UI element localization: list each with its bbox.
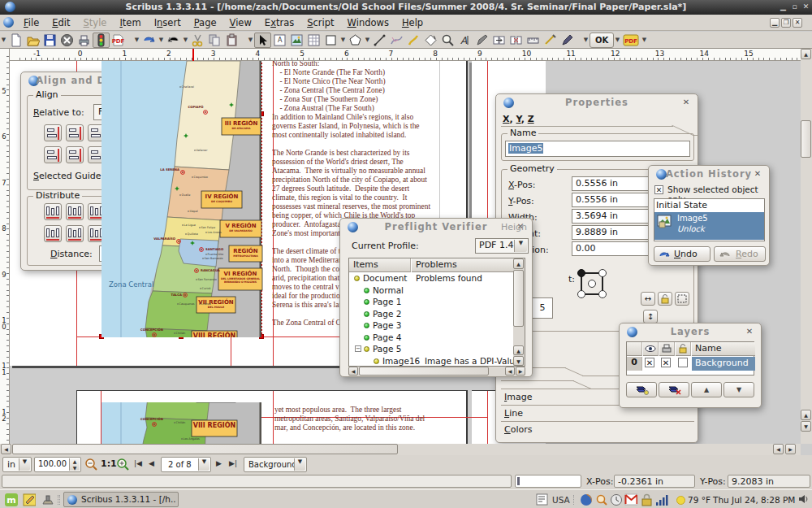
- dist-left-button[interactable]: [44, 203, 62, 220]
- tab-xyz[interactable]: X, Y, Z: [503, 114, 534, 124]
- preflight-row[interactable]: Normal: [349, 285, 513, 297]
- new-document-icon[interactable]: [7, 33, 24, 48]
- chile-map-image-page2[interactable]: III REGIÓNDE ATACAMAIV REGIÓNDE COQUIMBO…: [102, 402, 268, 444]
- copy-icon[interactable]: [206, 33, 223, 48]
- section-colors[interactable]: Colors: [504, 424, 532, 435]
- preflight-icon[interactable]: [93, 33, 110, 48]
- menu-extras[interactable]: Extras: [258, 17, 300, 28]
- menu-script[interactable]: Script: [300, 17, 340, 28]
- doc-restore-button[interactable]: ❐: [781, 18, 791, 28]
- window-maximize-button[interactable]: ▫: [790, 2, 799, 11]
- layer-lock-checkbox[interactable]: [678, 358, 688, 367]
- history-item-initial[interactable]: Initial State: [656, 200, 707, 211]
- eyedropper-icon[interactable]: [559, 33, 576, 48]
- chevron-down-icon[interactable]: ▼: [19, 458, 30, 471]
- close-icon[interactable]: ✕: [681, 98, 691, 107]
- flip-horizontal-button[interactable]: ↔: [641, 292, 655, 306]
- close-doc-icon[interactable]: [58, 33, 76, 48]
- redo-button[interactable]: Redo: [714, 246, 766, 262]
- align-top-button[interactable]: [66, 146, 84, 163]
- preflight-hscrollbar[interactable]: ◀ ◀ ▶: [348, 367, 525, 376]
- bezier-icon[interactable]: [388, 33, 405, 48]
- dist-top-button[interactable]: [44, 225, 62, 242]
- freehand-icon[interactable]: [405, 33, 422, 48]
- first-page-button[interactable]: |◀: [134, 459, 142, 467]
- scroll-right-icon[interactable]: ▶: [516, 367, 525, 376]
- menu-style[interactable]: Style: [77, 17, 114, 28]
- save-icon[interactable]: [41, 33, 58, 48]
- zoom-out-icon[interactable]: [84, 458, 98, 471]
- print-icon[interactable]: [76, 33, 93, 48]
- keyboard-layout-icon[interactable]: [536, 493, 549, 506]
- preflight-row[interactable]: Page 3: [349, 320, 513, 332]
- chevron-down-icon[interactable]: ▼: [198, 458, 209, 471]
- taskbar-task-button[interactable]: Scribus 1.3.3.11 - [/h...: [63, 492, 179, 507]
- zoom-icon[interactable]: [439, 33, 456, 48]
- vertical-ruler[interactable]: 567891 01 11 2: [0, 49, 10, 444]
- link-frames-icon[interactable]: [490, 33, 508, 48]
- dist-center-h-button[interactable]: [66, 203, 84, 220]
- menu-page[interactable]: Page: [188, 17, 223, 28]
- layer-combo[interactable]: Background ▼: [244, 457, 307, 472]
- layer-name-cell[interactable]: Background: [692, 357, 755, 371]
- ok-button[interactable]: OK: [590, 33, 614, 48]
- keyboard-layout-label[interactable]: USA: [552, 495, 570, 505]
- gmail-icon[interactable]: [624, 493, 637, 506]
- unit-combo[interactable]: in ▼: [2, 457, 32, 472]
- menu-launcher-icon[interactable]: m: [5, 493, 18, 506]
- doc-minimize-button[interactable]: ▁: [770, 18, 780, 28]
- canvas-vscrollbar[interactable]: ▲ ▲ ▼: [801, 49, 812, 444]
- story-editor-icon[interactable]: [473, 33, 490, 48]
- preflight-vscrollbar[interactable]: ▲ ▲ ▼: [513, 258, 525, 366]
- scroll-up2-icon[interactable]: ▲: [513, 345, 524, 355]
- zoom-spinner[interactable]: ▲▼: [69, 458, 80, 471]
- show-selected-checkbox[interactable]: ✕: [654, 185, 663, 194]
- open-icon[interactable]: [24, 33, 41, 48]
- volume-icon[interactable]: [797, 493, 810, 506]
- window-close-button[interactable]: ✕: [801, 2, 810, 11]
- undo-icon[interactable]: [140, 33, 158, 48]
- measure-icon[interactable]: [525, 33, 542, 48]
- table-icon[interactable]: [305, 33, 322, 48]
- scroll-left2-icon[interactable]: ◀: [505, 367, 515, 376]
- image-frame-icon[interactable]: [288, 33, 305, 48]
- basepoint-widget[interactable]: [577, 269, 609, 300]
- collapse-icon[interactable]: −: [355, 345, 361, 352]
- scroll-up-icon[interactable]: ▲: [513, 258, 524, 269]
- chevron-down-icon[interactable]: ▼: [514, 240, 527, 252]
- canvas-hscrollbar[interactable]: ◀ ◀ ▶: [0, 444, 801, 455]
- utility-app-icon[interactable]: [41, 493, 54, 506]
- copy-properties-icon[interactable]: [542, 33, 559, 48]
- chevron-down-icon[interactable]: ▼: [641, 33, 648, 48]
- chile-map-image[interactable]: III REGIÓNDE ATACAMAIV REGIÓNDE COQUIMBO…: [102, 61, 263, 337]
- layer-print-checkbox[interactable]: ✕: [661, 358, 671, 367]
- align-left-button[interactable]: [66, 124, 84, 141]
- firefox-icon[interactable]: [580, 493, 593, 506]
- scroll-up-icon[interactable]: ▲: [801, 49, 811, 59]
- network-signal-icon[interactable]: [655, 493, 668, 506]
- redo-icon[interactable]: [165, 33, 182, 48]
- history-list[interactable]: Initial State Image5 Unlock: [654, 198, 765, 241]
- scroll-down-icon[interactable]: ▼: [801, 421, 811, 432]
- doc-close-button[interactable]: ✕: [793, 18, 802, 28]
- preflight-row[interactable]: Image16Image has a DPI-Value les: [349, 356, 513, 367]
- chevron-down-icon[interactable]: ▼: [0, 33, 7, 48]
- align-left-out-button[interactable]: [44, 124, 62, 141]
- pdf-export-icon[interactable]: PDF: [110, 33, 127, 48]
- layer-visible-checkbox[interactable]: ✕: [645, 358, 654, 367]
- zoom-field[interactable]: 100.00 % ▲▼: [34, 457, 81, 472]
- section-line[interactable]: Line: [504, 408, 523, 419]
- rotate-icon[interactable]: [422, 33, 439, 48]
- polygon-icon[interactable]: [347, 33, 364, 48]
- preflight-row[interactable]: Page 4: [349, 332, 513, 344]
- preflight-table[interactable]: Items Problems DocumentProblems foundNor…: [348, 258, 525, 367]
- raise-layer-button[interactable]: ▲: [691, 382, 722, 397]
- chevron-down-icon[interactable]: ▼: [614, 33, 621, 48]
- preflight-row[interactable]: −Page 5: [349, 344, 513, 355]
- menu-item[interactable]: Item: [113, 17, 147, 28]
- lower-layer-button[interactable]: ▼: [723, 382, 754, 397]
- dist-center-v-button[interactable]: [66, 225, 84, 242]
- layers-table[interactable]: Name 0 ✕ ✕ Background: [626, 341, 754, 376]
- zoom-in-icon[interactable]: [116, 458, 130, 471]
- column-header-problems[interactable]: Problems: [412, 258, 514, 272]
